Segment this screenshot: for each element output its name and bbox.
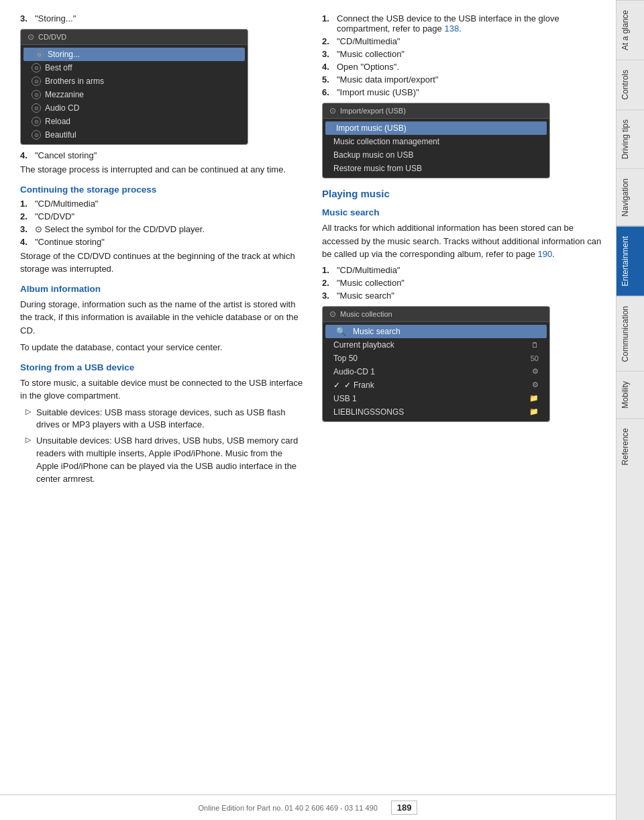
right-step-6-num: 6. xyxy=(322,87,337,97)
menu-item-bestoff-label: Best off xyxy=(45,63,72,72)
menu-item-reload: ⊙ Reload xyxy=(21,115,248,128)
storing-icon: ⊙ xyxy=(34,50,44,59)
import-item-management: Music collection management xyxy=(323,135,549,148)
music-screen-menu: 🔍 Music search Current playback 🗒 Top 50… xyxy=(323,322,549,421)
current-playback-label: Current playback xyxy=(333,340,394,350)
lieblingssongs-label: LIEBLINGSSONGS xyxy=(333,407,404,417)
beautiful-icon: ⊙ xyxy=(32,130,41,140)
cont-step-4: 4. "Continue storing" xyxy=(20,237,303,247)
music-item-usb1: USB 1 📁 xyxy=(323,392,549,405)
cont-step-4-num: 4. xyxy=(20,237,35,247)
sidebar-tab-mobility[interactable]: Mobility xyxy=(616,371,645,418)
music-screen-title: Music collection xyxy=(340,310,392,318)
check-icon: ✓ xyxy=(344,380,351,390)
cont-step-3: 3. ⊙ Select the symbol for the CD/DVD pl… xyxy=(20,224,303,234)
usb1-icon: 📁 xyxy=(529,394,539,403)
cont-step-2-num: 2. xyxy=(20,211,35,221)
lieblingssongs-icon: 📁 xyxy=(529,407,539,416)
audiocd1-label: Audio-CD 1 xyxy=(333,367,375,376)
cont-step-2-text: "CD/DVD" xyxy=(35,211,303,221)
bullet-1: ▷ Suitable devices: USB mass storage dev… xyxy=(25,407,303,432)
menu-item-mezzanine-label: Mezzanine xyxy=(45,90,84,99)
sidebar-tab-at-a-glance[interactable]: At a glance xyxy=(616,0,645,60)
step-4: 4. "Cancel storing" xyxy=(20,150,303,160)
menu-item-reload-label: Reload xyxy=(45,117,70,126)
right-step-3-num: 3. xyxy=(322,49,337,59)
right-step-4-text: Open "Options". xyxy=(337,62,609,72)
main-content: 3. "Storing..." ⊙ CD/DVD ⊙ Storing... xyxy=(0,0,616,820)
sidebar-tab-driving-tips[interactable]: Driving tips xyxy=(616,109,645,168)
frank-label: Frank xyxy=(354,380,374,390)
music-step-2-num: 2. xyxy=(322,278,337,288)
music-step-1: 1. "CD/Multimedia" xyxy=(322,265,609,275)
menu-item-storing-label: Storing... xyxy=(48,50,80,59)
right-step-6: 6. "Import music (USB)" xyxy=(322,87,609,97)
sidebar-tab-controls[interactable]: Controls xyxy=(616,60,645,109)
menu-item-storing: ⊙ Storing... xyxy=(23,48,245,61)
music-step-3-text: "Music search" xyxy=(337,291,609,301)
music-search-heading: Music search xyxy=(322,207,609,217)
bullet-1-text: Suitable devices: USB mass storage devic… xyxy=(36,407,303,432)
footer-text: Online Edition for Part no. 01 40 2 606 … xyxy=(199,804,378,812)
cd-icon: ⊙ xyxy=(28,32,34,42)
backup-label: Backup music on USB xyxy=(333,150,413,160)
menu-item-beautiful-label: Beautiful xyxy=(45,130,76,140)
right-step-1-text: Connect the USB device to the USB interf… xyxy=(337,13,609,34)
right-step-2-text: "CD/Multimedia" xyxy=(337,36,609,46)
menu-item-audiocd-label: Audio CD xyxy=(45,103,79,113)
sidebar-tab-reference[interactable]: Reference xyxy=(616,418,645,474)
right-step-4: 4. Open "Options". xyxy=(322,62,609,72)
step-4-text: "Cancel storing" xyxy=(35,150,303,160)
right-step-2-num: 2. xyxy=(322,36,337,46)
menu-item-brothers-label: Brothers in arms xyxy=(45,76,104,86)
current-playback-icon: 🗒 xyxy=(531,341,539,349)
cd-dvd-screen: ⊙ CD/DVD ⊙ Storing... ⊙ Best off xyxy=(20,29,248,145)
right-step-1-num: 1. xyxy=(322,13,337,34)
cont-step-1-num: 1. xyxy=(20,199,35,209)
import-export-screen: ⊙ Import/export (USB) Import music (USB)… xyxy=(322,103,550,178)
menu-item-audiocd: ⊙ Audio CD xyxy=(21,101,248,115)
music-item-lieblingssongs: LIEBLINGSSONGS 📁 xyxy=(323,405,549,419)
music-item-current: Current playback 🗒 xyxy=(323,338,549,352)
top50-value: 50 xyxy=(531,354,539,362)
menu-item-beautiful: ⊙ Beautiful xyxy=(21,128,248,142)
page-number: 189 xyxy=(391,801,418,815)
right-step-5: 5. "Music data import/export" xyxy=(322,74,609,85)
album-heading: Album information xyxy=(20,284,303,294)
right-column: 1. Connect the USB device to the USB int… xyxy=(315,7,616,795)
page190-link[interactable]: 190 xyxy=(538,249,553,259)
music-item-audiocd1: Audio-CD 1 ⚙ xyxy=(323,365,549,378)
import-item-backup: Backup music on USB xyxy=(323,148,549,162)
screen-header: ⊙ CD/DVD xyxy=(21,30,248,45)
cancel-desc: The storage process is interrupted and c… xyxy=(20,163,303,176)
music-coll-icon: ⊙ xyxy=(329,309,336,319)
screen-menu: ⊙ Storing... ⊙ Best off ⊙ Brothers in ar… xyxy=(21,45,248,144)
right-step-6-text: "Import music (USB)" xyxy=(337,87,609,97)
right-step-3-text: "Music collection" xyxy=(337,49,609,59)
usb-desc: To store music, a suitable device must b… xyxy=(20,376,303,403)
audiocd-icon: ⊙ xyxy=(32,103,41,113)
playing-music-heading: Playing music xyxy=(322,188,609,199)
music-step-1-num: 1. xyxy=(322,265,337,275)
sidebar: At a glance Controls Driving tips Naviga… xyxy=(616,0,644,820)
right-step-5-num: 5. xyxy=(322,74,337,85)
usb-heading: Storing from a USB device xyxy=(20,362,303,372)
brothers-icon: ⊙ xyxy=(32,76,41,86)
reload-icon: ⊙ xyxy=(32,117,41,126)
import-usb-label: Import music (USB) xyxy=(336,123,407,133)
management-label: Music collection management xyxy=(333,137,439,146)
page138-link[interactable]: 138 xyxy=(444,23,459,34)
restore-label: Restore music from USB xyxy=(333,164,422,173)
bullet-arrow-2: ▷ xyxy=(25,435,36,485)
cont-step-1: 1. "CD/Multimedia" xyxy=(20,199,303,209)
cont-step-1-text: "CD/Multimedia" xyxy=(35,199,303,209)
cont-step-4-text: "Continue storing" xyxy=(35,237,303,247)
sidebar-tab-communication[interactable]: Communication xyxy=(616,296,645,371)
sidebar-tab-entertainment[interactable]: Entertainment xyxy=(616,226,645,296)
cont-step-3-num: 3. xyxy=(20,224,35,234)
sidebar-tab-navigation[interactable]: Navigation xyxy=(616,168,645,226)
music-step-2-text: "Music collection" xyxy=(337,278,609,288)
continuing-desc: Storage of the CD/DVD continues at the b… xyxy=(20,250,303,276)
import-item-importusb: Import music (USB) xyxy=(325,121,547,135)
music-search-label: Music search xyxy=(353,327,400,336)
